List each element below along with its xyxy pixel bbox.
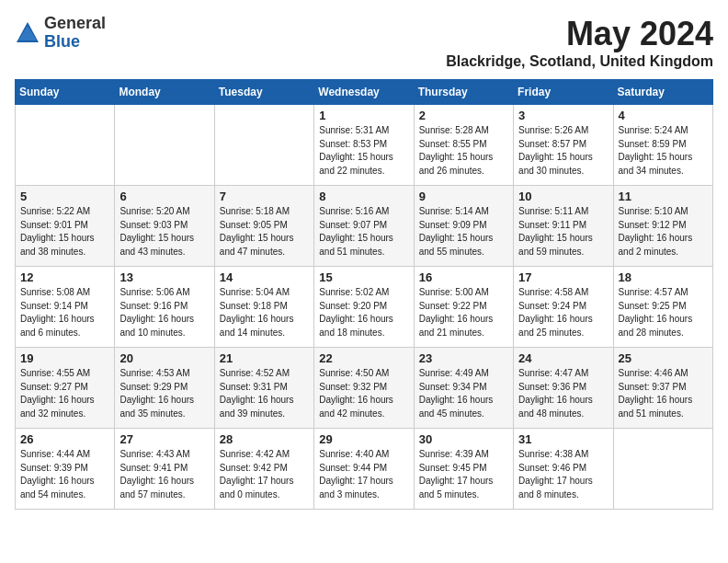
week-row-1: 1Sunrise: 5:31 AM Sunset: 8:53 PM Daylig… <box>16 105 713 186</box>
day-number: 8 <box>319 190 408 203</box>
day-cell <box>16 105 115 186</box>
day-info: Sunrise: 5:16 AM Sunset: 9:07 PM Dayligh… <box>319 205 408 259</box>
week-row-2: 5Sunrise: 5:22 AM Sunset: 9:01 PM Daylig… <box>16 186 713 267</box>
week-row-3: 12Sunrise: 5:08 AM Sunset: 9:14 PM Dayli… <box>16 267 713 348</box>
column-header-saturday: Saturday <box>613 80 712 105</box>
day-cell: 15Sunrise: 5:02 AM Sunset: 9:20 PM Dayli… <box>314 267 414 348</box>
day-cell: 21Sunrise: 4:52 AM Sunset: 9:31 PM Dayli… <box>214 348 313 429</box>
day-info: Sunrise: 5:04 AM Sunset: 9:18 PM Dayligh… <box>220 286 309 339</box>
day-info: Sunrise: 5:31 AM Sunset: 8:53 PM Dayligh… <box>319 124 408 178</box>
column-header-monday: Monday <box>115 80 214 105</box>
day-info: Sunrise: 5:06 AM Sunset: 9:16 PM Dayligh… <box>119 286 209 339</box>
day-info: Sunrise: 4:57 AM Sunset: 9:25 PM Dayligh… <box>619 286 708 339</box>
day-number: 22 <box>319 351 408 365</box>
day-info: Sunrise: 4:44 AM Sunset: 9:39 PM Dayligh… <box>20 448 109 501</box>
day-info: Sunrise: 4:40 AM Sunset: 9:44 PM Dayligh… <box>319 448 408 501</box>
day-info: Sunrise: 5:26 AM Sunset: 8:57 PM Dayligh… <box>518 124 608 178</box>
day-info: Sunrise: 5:08 AM Sunset: 9:14 PM Dayligh… <box>20 286 109 339</box>
day-cell: 4Sunrise: 5:24 AM Sunset: 8:59 PM Daylig… <box>613 105 712 186</box>
day-cell: 14Sunrise: 5:04 AM Sunset: 9:18 PM Dayli… <box>214 267 313 348</box>
day-info: Sunrise: 5:22 AM Sunset: 9:01 PM Dayligh… <box>20 205 109 259</box>
day-cell: 23Sunrise: 4:49 AM Sunset: 9:34 PM Dayli… <box>414 348 513 429</box>
day-number: 29 <box>319 432 408 446</box>
day-number: 16 <box>419 270 508 284</box>
day-cell: 6Sunrise: 5:20 AM Sunset: 9:03 PM Daylig… <box>115 186 214 267</box>
day-cell: 2Sunrise: 5:28 AM Sunset: 8:55 PM Daylig… <box>414 105 513 186</box>
calendar-table: SundayMondayTuesdayWednesdayThursdayFrid… <box>15 79 713 510</box>
day-info: Sunrise: 4:49 AM Sunset: 9:34 PM Dayligh… <box>419 367 508 420</box>
day-cell: 22Sunrise: 4:50 AM Sunset: 9:32 PM Dayli… <box>314 348 414 429</box>
day-number: 13 <box>119 270 209 284</box>
day-cell: 27Sunrise: 4:43 AM Sunset: 9:41 PM Dayli… <box>115 429 214 510</box>
week-row-4: 19Sunrise: 4:55 AM Sunset: 9:27 PM Dayli… <box>16 348 713 429</box>
day-info: Sunrise: 5:28 AM Sunset: 8:55 PM Dayligh… <box>419 124 508 178</box>
day-info: Sunrise: 4:55 AM Sunset: 9:27 PM Dayligh… <box>20 367 109 420</box>
day-number: 27 <box>119 432 209 446</box>
day-info: Sunrise: 5:00 AM Sunset: 9:22 PM Dayligh… <box>419 286 508 339</box>
day-cell <box>214 105 313 186</box>
day-cell: 13Sunrise: 5:06 AM Sunset: 9:16 PM Dayli… <box>115 267 214 348</box>
column-header-sunday: Sunday <box>16 80 115 105</box>
logo: General Blue <box>15 15 106 52</box>
day-number: 15 <box>319 270 408 284</box>
day-info: Sunrise: 4:58 AM Sunset: 9:24 PM Dayligh… <box>518 286 608 339</box>
month-title: May 2024 <box>446 15 713 53</box>
day-cell: 19Sunrise: 4:55 AM Sunset: 9:27 PM Dayli… <box>16 348 115 429</box>
logo-blue-text: Blue <box>44 33 106 52</box>
day-number: 31 <box>518 432 608 446</box>
column-header-friday: Friday <box>514 80 613 105</box>
day-number: 20 <box>119 351 209 365</box>
svg-marker-1 <box>18 26 37 40</box>
day-number: 12 <box>20 270 109 284</box>
day-info: Sunrise: 5:18 AM Sunset: 9:05 PM Dayligh… <box>220 205 309 259</box>
location: Blackridge, Scotland, United Kingdom <box>446 53 713 70</box>
day-cell: 25Sunrise: 4:46 AM Sunset: 9:37 PM Dayli… <box>613 348 712 429</box>
title-block: May 2024 Blackridge, Scotland, United Ki… <box>446 15 713 70</box>
day-number: 26 <box>20 432 109 446</box>
day-number: 7 <box>220 190 309 203</box>
day-number: 23 <box>419 351 508 365</box>
day-cell: 8Sunrise: 5:16 AM Sunset: 9:07 PM Daylig… <box>314 186 414 267</box>
day-info: Sunrise: 5:20 AM Sunset: 9:03 PM Dayligh… <box>119 205 209 259</box>
day-info: Sunrise: 5:11 AM Sunset: 9:11 PM Dayligh… <box>518 205 608 259</box>
day-number: 18 <box>619 270 708 284</box>
day-number: 2 <box>419 109 508 122</box>
day-info: Sunrise: 4:53 AM Sunset: 9:29 PM Dayligh… <box>119 367 209 420</box>
column-header-wednesday: Wednesday <box>314 80 414 105</box>
day-cell: 12Sunrise: 5:08 AM Sunset: 9:14 PM Dayli… <box>16 267 115 348</box>
day-number: 1 <box>319 109 408 122</box>
day-info: Sunrise: 4:47 AM Sunset: 9:36 PM Dayligh… <box>518 367 608 420</box>
day-number: 21 <box>220 351 309 365</box>
day-info: Sunrise: 4:38 AM Sunset: 9:46 PM Dayligh… <box>518 448 608 501</box>
day-info: Sunrise: 5:14 AM Sunset: 9:09 PM Dayligh… <box>419 205 508 259</box>
day-cell: 3Sunrise: 5:26 AM Sunset: 8:57 PM Daylig… <box>514 105 613 186</box>
day-info: Sunrise: 4:39 AM Sunset: 9:45 PM Dayligh… <box>419 448 508 501</box>
day-cell: 10Sunrise: 5:11 AM Sunset: 9:11 PM Dayli… <box>514 186 613 267</box>
day-cell: 29Sunrise: 4:40 AM Sunset: 9:44 PM Dayli… <box>314 429 414 510</box>
day-cell: 5Sunrise: 5:22 AM Sunset: 9:01 PM Daylig… <box>16 186 115 267</box>
day-cell: 17Sunrise: 4:58 AM Sunset: 9:24 PM Dayli… <box>514 267 613 348</box>
day-number: 28 <box>220 432 309 446</box>
day-info: Sunrise: 5:02 AM Sunset: 9:20 PM Dayligh… <box>319 286 408 339</box>
day-cell <box>613 429 712 510</box>
day-number: 9 <box>419 190 508 203</box>
day-cell: 24Sunrise: 4:47 AM Sunset: 9:36 PM Dayli… <box>514 348 613 429</box>
day-number: 4 <box>619 109 708 122</box>
day-info: Sunrise: 4:42 AM Sunset: 9:42 PM Dayligh… <box>220 448 309 501</box>
day-number: 25 <box>619 351 708 365</box>
day-info: Sunrise: 4:52 AM Sunset: 9:31 PM Dayligh… <box>220 367 309 420</box>
day-cell: 18Sunrise: 4:57 AM Sunset: 9:25 PM Dayli… <box>613 267 712 348</box>
day-number: 17 <box>518 270 608 284</box>
day-cell <box>115 105 214 186</box>
week-row-5: 26Sunrise: 4:44 AM Sunset: 9:39 PM Dayli… <box>16 429 713 510</box>
day-number: 3 <box>518 109 608 122</box>
day-cell: 30Sunrise: 4:39 AM Sunset: 9:45 PM Dayli… <box>414 429 513 510</box>
day-cell: 16Sunrise: 5:00 AM Sunset: 9:22 PM Dayli… <box>414 267 513 348</box>
day-cell: 1Sunrise: 5:31 AM Sunset: 8:53 PM Daylig… <box>314 105 414 186</box>
day-cell: 26Sunrise: 4:44 AM Sunset: 9:39 PM Dayli… <box>16 429 115 510</box>
day-number: 10 <box>518 190 608 203</box>
day-info: Sunrise: 5:24 AM Sunset: 8:59 PM Dayligh… <box>619 124 708 178</box>
day-number: 6 <box>119 190 209 203</box>
day-cell: 9Sunrise: 5:14 AM Sunset: 9:09 PM Daylig… <box>414 186 513 267</box>
page-header: General Blue May 2024 Blackridge, Scotla… <box>15 15 713 70</box>
